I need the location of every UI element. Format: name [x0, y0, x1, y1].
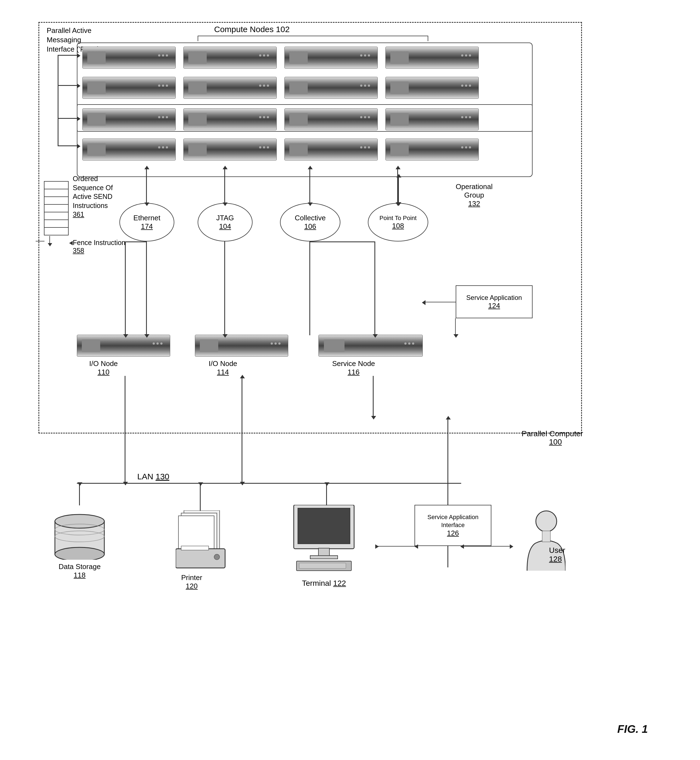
svg-point-1 [55, 515, 104, 528]
service-node-server [319, 335, 423, 357]
svg-point-17 [536, 511, 557, 532]
server-node [385, 108, 479, 130]
svg-rect-14 [310, 556, 338, 559]
service-application-box: Service Application 124 [456, 286, 533, 318]
server-node [385, 77, 479, 99]
compute-row-3 [82, 108, 479, 130]
parallel-computer-num: 100 [549, 438, 562, 446]
svg-rect-12 [298, 508, 350, 544]
io-node-2-server [195, 335, 288, 357]
server-node [82, 47, 176, 69]
svg-rect-9 [181, 546, 209, 550]
compute-row-4 [82, 139, 479, 161]
data-storage [52, 505, 107, 561]
server-node [385, 47, 479, 69]
server-node [284, 77, 378, 99]
printer [176, 510, 231, 572]
svg-point-10 [214, 554, 220, 560]
compute-nodes-label: Compute Nodes 102 [214, 25, 290, 34]
collective-node: Collective 106 [280, 203, 341, 242]
ordered-sequence-list [44, 181, 69, 236]
fig-label: FIG. 1 [617, 723, 648, 735]
compute-row-1 [82, 47, 479, 69]
server-node [284, 139, 378, 161]
server-node [183, 139, 277, 161]
server-node [183, 47, 277, 69]
ordered-sequence-label: Ordered Sequence Of Active SEND Instruct… [73, 174, 113, 219]
svg-rect-16 [299, 563, 346, 568]
server-node [183, 77, 277, 99]
fence-instruction-label: Fence Instruction 358 [73, 239, 125, 254]
jtag-node: JTAG 104 [198, 203, 253, 242]
server-node [284, 47, 378, 69]
service-application-interface-box: Service Application Interface 126 [414, 505, 491, 546]
point-to-point-node: Point To Point 108 [368, 203, 428, 242]
svg-point-2 [55, 547, 104, 560]
server-node [284, 108, 378, 130]
user-label: User 128 [549, 546, 565, 563]
printer-label: Printer 120 [181, 573, 202, 590]
terminal-label: Terminal 122 [302, 579, 346, 588]
server-node [183, 108, 277, 130]
svg-rect-18 [542, 531, 550, 542]
io-node-1-label: I/O Node 110 [89, 359, 118, 376]
server-node [385, 139, 479, 161]
io-node-2-label: I/O Node 114 [209, 359, 237, 376]
server-node [82, 77, 176, 99]
service-node-label: Service Node 116 [332, 359, 375, 376]
ethernet-node: Ethernet 174 [119, 203, 174, 242]
terminal [291, 505, 362, 574]
operational-group-label: Operational Group 132 [456, 183, 492, 208]
data-storage-label: Data Storage 118 [52, 562, 107, 579]
lan-label: LAN 130 [137, 472, 169, 481]
io-node-1-server [77, 335, 170, 357]
server-node [82, 108, 176, 130]
svg-rect-13 [319, 548, 330, 556]
parallel-computer-label: Parallel Computer [522, 429, 583, 438]
compute-row-2 [82, 77, 479, 99]
server-node [82, 139, 176, 161]
